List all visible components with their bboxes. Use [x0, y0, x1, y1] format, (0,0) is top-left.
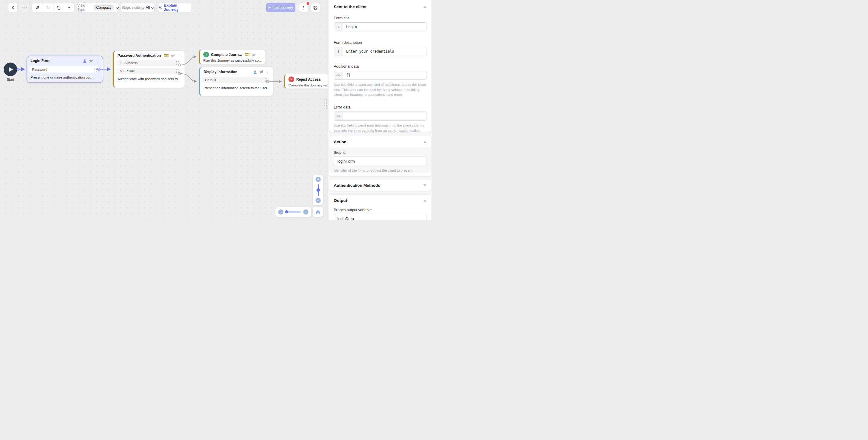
- node-menu-icon[interactable]: ⋮: [95, 59, 99, 63]
- start-node-label: Start: [1, 78, 20, 81]
- back-button[interactable]: [8, 3, 18, 12]
- kebab-icon: ⋮: [302, 5, 306, 10]
- section-title: Output: [334, 198, 347, 203]
- node-row-success[interactable]: ✓ Success: [116, 60, 180, 66]
- form-description-input[interactable]: [343, 47, 426, 56]
- steps-visibility-dropdown[interactable]: Steps visibility All: [121, 3, 155, 12]
- eye-off-icon[interactable]: [89, 59, 93, 63]
- panel-scrollbar[interactable]: [432, 0, 434, 220]
- view-type-dropdown[interactable]: View Type Compact: [77, 3, 118, 12]
- section-action: Action Step id Identifier of the form to…: [329, 136, 432, 176]
- check-icon: ✓: [119, 61, 123, 64]
- collapse-icon[interactable]: [424, 141, 427, 143]
- code-icon: </>: [22, 6, 27, 9]
- step-id-field: [334, 156, 427, 166]
- branch-output-variable-field: [334, 214, 427, 220]
- zoom-slider-thumb[interactable]: [285, 210, 288, 213]
- node-description: Authenticate with password and sets th…: [118, 77, 181, 81]
- form-title-input[interactable]: [343, 23, 426, 31]
- explain-journey-label: Explain Journey: [164, 3, 191, 12]
- copy-button[interactable]: [53, 3, 64, 12]
- additional-data-input[interactable]: [343, 71, 426, 80]
- service-icon: [164, 54, 168, 57]
- node-complete-journey[interactable]: ✓ Complete Journ… ⋮ Flag this Journey as…: [199, 49, 266, 65]
- cut-button[interactable]: ✂: [64, 3, 74, 12]
- node-description: Present an information screen to the use…: [204, 86, 270, 90]
- collapse-icon[interactable]: [424, 200, 427, 202]
- node-menu-icon[interactable]: ⋮: [266, 70, 270, 74]
- form-title-label: Form title: [334, 16, 427, 20]
- node-row-password[interactable]: Password: [29, 66, 98, 72]
- start-node[interactable]: [4, 63, 17, 76]
- step-id-label: Step id: [334, 150, 427, 155]
- test-journey-button[interactable]: Test journey: [266, 3, 296, 12]
- zoom-slider-thumb[interactable]: [316, 188, 320, 192]
- code-prefix-icon[interactable]: </>: [334, 71, 343, 80]
- section-authentication-methods[interactable]: Authentication Methods: [329, 180, 432, 191]
- error-data-help: Use this field to send error information…: [334, 123, 427, 133]
- save-button[interactable]: [311, 3, 320, 12]
- step-id-help: Identifier of the form to request the cl…: [334, 168, 427, 173]
- node-login-form[interactable]: Login Form ⋮ Password Present one or mor…: [27, 56, 103, 83]
- section-sent-to-the-client: Sent to the client Form title $ Form des…: [329, 0, 432, 132]
- zoom-slider[interactable]: [318, 184, 319, 196]
- node-menu-icon[interactable]: ⋮: [258, 53, 262, 57]
- drag-handle-icon[interactable]: [94, 67, 97, 71]
- eye-off-icon[interactable]: [170, 54, 175, 58]
- zoom-slider[interactable]: [286, 211, 301, 212]
- row-label: Failure: [124, 69, 135, 73]
- drag-handle-icon[interactable]: [264, 78, 267, 82]
- redo-button[interactable]: ↻: [42, 3, 53, 12]
- node-menu-icon[interactable]: ⋮: [177, 54, 181, 58]
- node-row-default[interactable]: Default: [203, 77, 269, 83]
- variable-prefix-icon[interactable]: $: [334, 47, 343, 56]
- port-start-output[interactable]: [17, 68, 19, 70]
- error-data-field: </>: [334, 112, 427, 121]
- code-prefix-icon[interactable]: </>: [334, 112, 343, 120]
- node-row-failure[interactable]: ✕ Failure: [116, 68, 180, 74]
- drag-handle-icon[interactable]: [176, 68, 179, 73]
- eye-off-icon[interactable]: [259, 70, 264, 74]
- section-title: Action: [334, 140, 346, 144]
- zoom-in-button[interactable]: +: [316, 177, 321, 182]
- drag-handle-icon[interactable]: [176, 60, 179, 65]
- code-view-button[interactable]: </>: [20, 3, 29, 12]
- additional-data-label: Additional data: [334, 64, 427, 68]
- zoom-out-button[interactable]: −: [278, 209, 283, 214]
- node-password-authentication[interactable]: Password Authentication ⋮ ✓ Success: [113, 51, 185, 88]
- notification-dot: [307, 2, 309, 5]
- fit-view-button[interactable]: [313, 207, 323, 217]
- horizontal-zoom-control: − +: [275, 207, 311, 217]
- scissors-icon: ✂: [68, 6, 71, 10]
- success-circle-icon: ✓: [203, 52, 209, 57]
- undo-button[interactable]: ↺: [32, 3, 42, 12]
- row-label: Password: [32, 68, 48, 71]
- branch-output-variable-input[interactable]: [334, 214, 426, 220]
- panel-resize-handle[interactable]: [324, 98, 327, 109]
- journey-canvas[interactable]: </> ↺ ↻ ✂ View Type Compact Steps visibi…: [0, 0, 328, 220]
- view-type-label: View Type: [77, 3, 91, 12]
- error-data-input[interactable]: [343, 112, 426, 120]
- node-title: Complete Journ…: [211, 53, 242, 57]
- home-icon: [315, 209, 321, 214]
- section-output: Output Branch output variable: [329, 194, 432, 220]
- node-display-information[interactable]: Display Information ⋮ Default Present an…: [199, 67, 273, 96]
- form-description-label: Form description: [334, 40, 427, 45]
- additional-data-help: Use this field to send any kind of addit…: [334, 82, 427, 97]
- play-icon: [269, 6, 271, 9]
- test-journey-label: Test journey: [273, 5, 293, 10]
- check-icon: ✓: [205, 53, 207, 56]
- node-title: Password Authentication: [118, 54, 161, 58]
- more-options-button[interactable]: ⋮: [299, 3, 308, 12]
- steps-visibility-label: Steps visibility: [121, 5, 144, 10]
- explain-journey-button[interactable]: Explain Journey: [158, 3, 192, 12]
- zoom-in-button[interactable]: +: [303, 209, 308, 214]
- expand-icon[interactable]: [424, 184, 427, 186]
- variable-prefix-icon[interactable]: $: [334, 23, 343, 31]
- zoom-out-button[interactable]: −: [316, 198, 321, 203]
- view-type-value: Compact: [94, 4, 114, 10]
- step-id-input[interactable]: [334, 157, 426, 166]
- eye-off-icon[interactable]: [252, 53, 256, 57]
- collapse-icon[interactable]: [424, 6, 427, 8]
- additional-data-field: </>: [334, 71, 427, 80]
